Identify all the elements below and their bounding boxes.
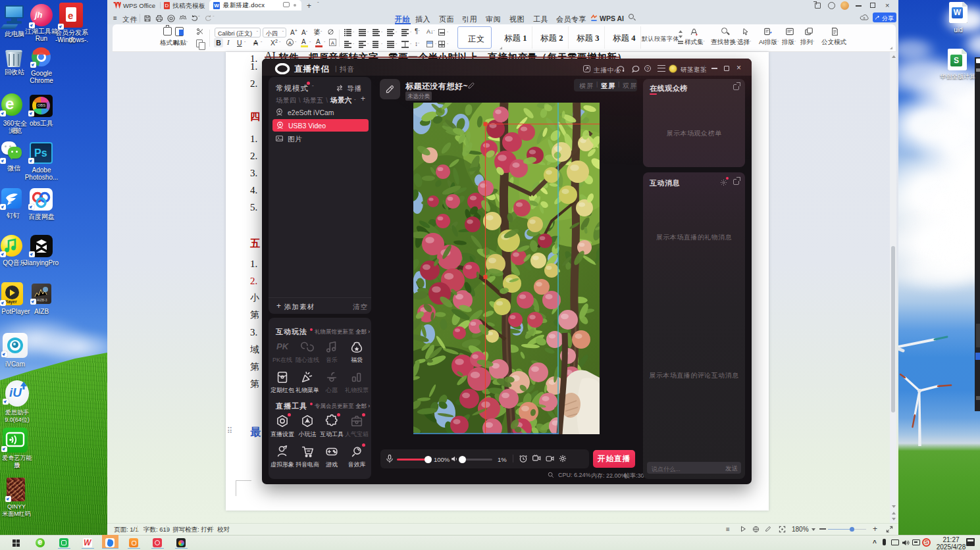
svg-text:AIZB-3: AIZB-3 (37, 298, 47, 302)
